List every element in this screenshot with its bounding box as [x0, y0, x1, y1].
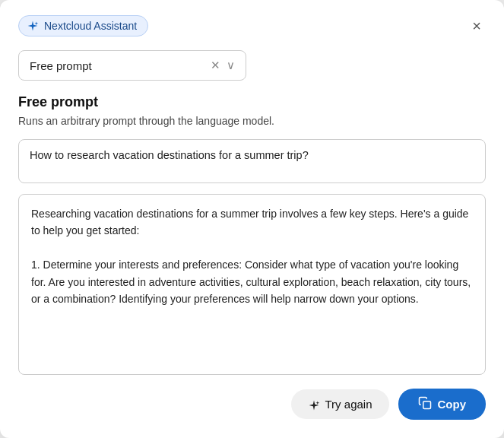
actions-row: Try again Copy: [18, 389, 486, 420]
sparkle-icon: [27, 20, 39, 32]
sparkle-try-icon: [308, 397, 320, 411]
copy-icon: [418, 396, 432, 412]
app-badge-label: Nextcloud Assistant: [44, 20, 137, 32]
result-text: Researching vacation destinations for a …: [31, 208, 474, 305]
section-title: Free prompt: [18, 94, 486, 110]
copy-label: Copy: [438, 398, 467, 411]
nextcloud-assistant-modal: Nextcloud Assistant × Free prompt ✕ ∨ Fr…: [0, 0, 504, 438]
app-badge: Nextcloud Assistant: [18, 15, 148, 36]
prompt-input[interactable]: [18, 139, 486, 183]
section-desc: Runs an arbitrary prompt through the lan…: [18, 115, 486, 127]
result-box: Researching vacation destinations for a …: [18, 194, 486, 375]
try-again-label: Try again: [325, 398, 372, 411]
dropdown-icons: ✕ ∨: [211, 59, 235, 72]
dropdown-label: Free prompt: [30, 59, 204, 72]
copy-button[interactable]: Copy: [398, 389, 487, 420]
prompt-type-dropdown[interactable]: Free prompt ✕ ∨: [18, 50, 246, 81]
dropdown-row: Free prompt ✕ ∨: [18, 50, 486, 81]
close-button[interactable]: ×: [468, 17, 486, 35]
try-again-button[interactable]: Try again: [291, 389, 389, 418]
svg-rect-0: [423, 402, 430, 409]
chevron-down-icon[interactable]: ∨: [227, 59, 235, 72]
modal-header: Nextcloud Assistant ×: [18, 15, 486, 36]
clear-icon[interactable]: ✕: [211, 59, 220, 72]
